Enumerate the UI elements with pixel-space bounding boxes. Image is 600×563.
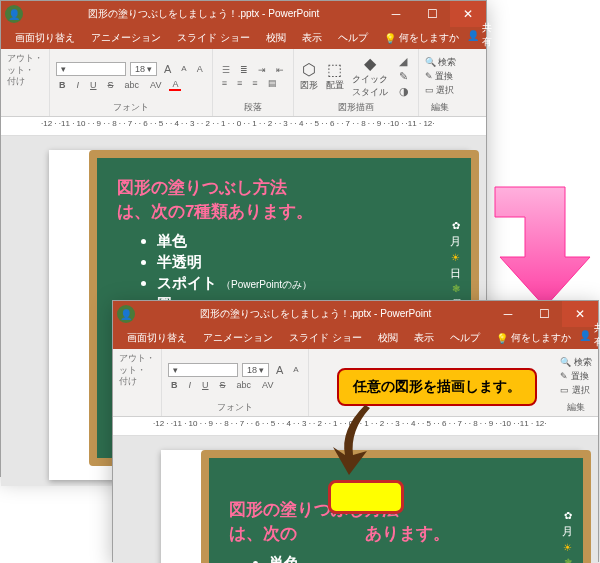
tab-view[interactable]: 表示 [294, 27, 330, 49]
spacing-button[interactable]: AV [147, 80, 164, 90]
share-icon: 👤 [579, 330, 591, 341]
ribbon: アウト・ ット・ 付け ▾ 18▾ A A A B I U S abc AV A… [1, 49, 486, 117]
sun-icon: ☀ [450, 250, 461, 265]
shapes-icon[interactable]: ⬡ [302, 60, 316, 79]
bulb-icon: 💡 [496, 333, 508, 344]
tab-review[interactable]: 校閲 [258, 27, 294, 49]
tell-me[interactable]: 💡何をしますか [488, 327, 579, 349]
underline-button[interactable]: U [87, 80, 100, 90]
maximize-button[interactable]: ☐ [414, 1, 450, 27]
decrease-font[interactable]: A [178, 64, 189, 73]
find-button[interactable]: 🔍 検索 [560, 356, 592, 369]
tab-help[interactable]: ヘルプ [442, 327, 488, 349]
font-size-select[interactable]: 18▾ [130, 62, 157, 76]
outline-icon[interactable]: ✎ [396, 70, 412, 83]
underline-button[interactable]: U [199, 380, 212, 390]
share-button[interactable]: 👤共有 [579, 321, 600, 349]
drawn-shape[interactable] [328, 480, 404, 514]
minimize-button[interactable]: ─ [378, 1, 414, 27]
shadow-button[interactable]: abc [122, 80, 143, 90]
decrease-font[interactable]: A [290, 365, 301, 374]
bullets-icon[interactable]: ☰ [219, 65, 233, 75]
list-item: 半透明 [157, 253, 471, 272]
group-editing: 🔍 検索 ✎ 置換 ▭ 選択 編集 [554, 349, 598, 416]
share-icon: 👤 [467, 30, 479, 41]
titlebar: 👤 図形の塗りつぶしをしましょう！.pptx - PowerPoint ─ ☐ … [113, 301, 598, 327]
clear-format-icon[interactable]: A [194, 64, 206, 74]
group-label-font: フォント [217, 401, 253, 414]
replace-button[interactable]: ✎ 置換 [425, 70, 457, 83]
tab-slideshow[interactable]: スライド ショー [281, 327, 370, 349]
indent-icon[interactable]: ⇥ [255, 65, 269, 75]
columns-icon[interactable]: ▤ [265, 78, 280, 88]
group-font: ▾ 18▾ A A B I U S abc AV フォント [162, 349, 309, 416]
group-drawing: ⬡図形 ⬚配置 ◆クイック スタイル ◢✎◑ 図形描画 [294, 49, 419, 116]
bold-button[interactable]: B [56, 80, 69, 90]
select-button[interactable]: ▭ 選択 [560, 384, 592, 397]
bullet-list: 単色 半透明 [209, 554, 583, 563]
find-button[interactable]: 🔍 検索 [425, 56, 457, 69]
tab-slideshow[interactable]: スライド ショー [169, 27, 258, 49]
group-editing: 🔍 検索 ✎ 置換 ▭ 選択 編集 [419, 49, 463, 116]
search-icon: 🔍 [560, 357, 571, 367]
maximize-button[interactable]: ☐ [526, 301, 562, 327]
tab-transitions[interactable]: 画面切り替え [7, 27, 83, 49]
tab-view[interactable]: 表示 [406, 327, 442, 349]
share-button[interactable]: 👤共有 [467, 21, 492, 49]
select-button[interactable]: ▭ 選択 [425, 84, 457, 97]
quickstyle-icon[interactable]: ◆ [364, 54, 376, 73]
italic-button[interactable]: I [186, 380, 195, 390]
italic-button[interactable]: I [74, 80, 83, 90]
list-item: 単色 [157, 232, 471, 251]
align-center-icon[interactable]: ≡ [234, 78, 245, 88]
list-item: スポイト（PowerPointのみ） [157, 274, 471, 293]
font-size-select[interactable]: 18▾ [242, 363, 269, 377]
tree-icon: ❃ [562, 555, 573, 564]
effects-icon[interactable]: ◑ [396, 85, 412, 98]
strike-button[interactable]: S [105, 80, 117, 90]
group-label-font: フォント [113, 101, 149, 114]
tab-animations[interactable]: アニメーション [83, 27, 169, 49]
tab-help[interactable]: ヘルプ [330, 27, 376, 49]
user-avatar: 👤 [117, 305, 135, 323]
fill-icon[interactable]: ◢ [396, 55, 412, 68]
ruler: ·12 · ·11 · 10 · · 9 · · 8 · · 7 · · 6 ·… [1, 117, 486, 136]
user-avatar: 👤 [5, 5, 23, 23]
outdent-icon[interactable]: ⇤ [273, 65, 287, 75]
leftpanel-fragment: アウト・ ット・ 付け [113, 349, 162, 416]
minimize-button[interactable]: ─ [490, 301, 526, 327]
tell-me[interactable]: 💡何をしますか [376, 27, 467, 49]
strike-button[interactable]: S [217, 380, 229, 390]
arrange-icon[interactable]: ⬚ [327, 60, 342, 79]
tab-review[interactable]: 校閲 [370, 327, 406, 349]
align-left-icon[interactable]: ≡ [219, 78, 230, 88]
search-icon: 🔍 [425, 57, 436, 67]
sun-icon: ☀ [562, 540, 573, 555]
list-item: 単色 [269, 554, 583, 563]
shadow-button[interactable]: abc [234, 380, 255, 390]
group-paragraph: ☰≣⇥⇤ ≡≡≡▤ 段落 [213, 49, 294, 116]
group-label-draw: 図形描画 [338, 101, 374, 114]
numbering-icon[interactable]: ≣ [237, 65, 251, 75]
tab-animations[interactable]: アニメーション [195, 327, 281, 349]
align-right-icon[interactable]: ≡ [249, 78, 260, 88]
leftpanel-fragment: アウト・ ット・ 付け [1, 49, 50, 116]
fontcolor-button[interactable]: A [169, 79, 181, 91]
titlebar: 👤 図形の塗りつぶしをしましょう！.pptx - PowerPoint ─ ☐ … [1, 1, 486, 27]
tree-icon: ❃ [450, 281, 461, 296]
font-family-select[interactable]: ▾ [168, 363, 238, 377]
increase-font[interactable]: A [161, 63, 174, 75]
replace-button[interactable]: ✎ 置換 [560, 370, 592, 383]
group-label-edit: 編集 [567, 401, 585, 414]
bold-button[interactable]: B [168, 380, 181, 390]
font-family-select[interactable]: ▾ [56, 62, 126, 76]
window-title: 図形の塗りつぶしをしましょう！.pptx - PowerPoint [141, 307, 490, 321]
group-font: ▾ 18▾ A A A B I U S abc AV A フォント [50, 49, 213, 116]
tab-transitions[interactable]: 画面切り替え [119, 327, 195, 349]
flower-icon: ✿ [562, 508, 573, 523]
spacing-button[interactable]: AV [259, 380, 276, 390]
increase-font[interactable]: A [273, 364, 286, 376]
flower-icon: ✿ [450, 218, 461, 233]
transition-arrow [490, 182, 600, 312]
replace-icon: ✎ [560, 371, 568, 381]
